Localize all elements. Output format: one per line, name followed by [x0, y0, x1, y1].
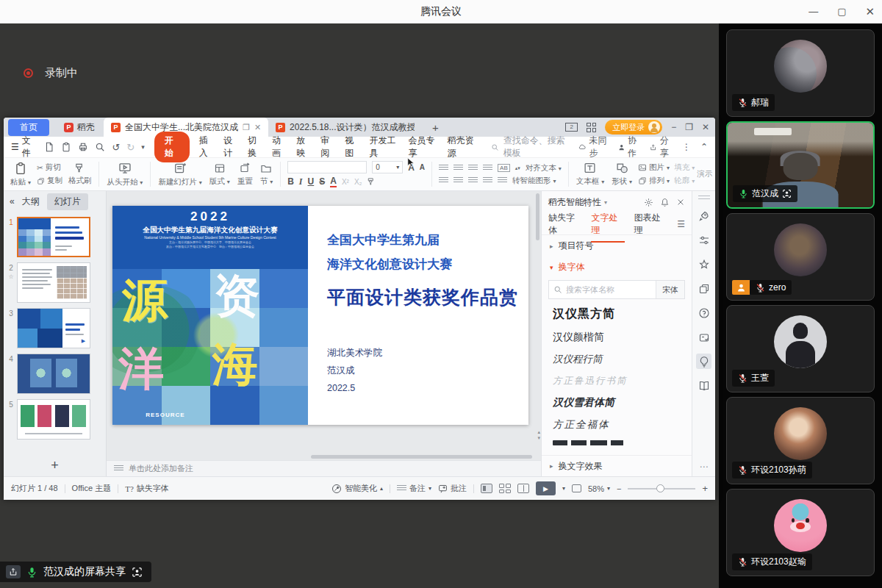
- zoom-out-button[interactable]: −: [617, 484, 621, 493]
- highlight-icon[interactable]: [367, 177, 376, 186]
- participant-tile-active-speaker[interactable]: 范汉成: [726, 121, 875, 209]
- collaborate-button[interactable]: 协作: [618, 135, 641, 159]
- window-maximize-button[interactable]: ▢: [837, 6, 846, 17]
- font-color-button[interactable]: A: [330, 176, 337, 187]
- sliders-icon[interactable]: [698, 234, 710, 246]
- new-slide-button[interactable]: 新建幻灯片 ▾: [154, 162, 205, 187]
- participant-tile[interactable]: 环设2103孙萌: [726, 397, 875, 484]
- align-center-icon[interactable]: [453, 177, 463, 184]
- bold-button[interactable]: B: [287, 176, 294, 187]
- slide-thumbnail-2[interactable]: 2☆: [5, 262, 104, 303]
- tab-outline[interactable]: 大纲: [22, 196, 40, 208]
- menu-file[interactable]: ☰ 文件: [11, 135, 35, 159]
- participant-tile[interactable]: zero: [726, 213, 875, 301]
- superscript-button[interactable]: X²: [342, 178, 349, 186]
- fill-button[interactable]: 填充 ▾: [674, 162, 695, 173]
- paste-button[interactable]: 粘贴 ▾: [7, 162, 35, 187]
- collapse-ribbon-icon[interactable]: ⌃: [700, 142, 708, 152]
- fit-slide-icon[interactable]: [572, 484, 581, 492]
- textbox-button[interactable]: 文本框 ▾: [573, 162, 608, 187]
- bullet-section-header[interactable]: ▸ 项目符号: [542, 235, 692, 257]
- menu-docer-res[interactable]: 稻壳资源: [448, 135, 477, 159]
- drag-handle-icon[interactable]: [698, 196, 710, 199]
- slide-thumbnail-3[interactable]: 3 ▶: [5, 308, 104, 348]
- indent-increase-icon[interactable]: [483, 165, 492, 171]
- new-tab-button[interactable]: +: [432, 121, 439, 134]
- distribute-icon[interactable]: [498, 177, 507, 184]
- menu-member[interactable]: 会员专享: [409, 135, 438, 159]
- menu-insert[interactable]: 插入: [199, 135, 214, 159]
- login-button[interactable]: 立即登录: [605, 120, 662, 135]
- help-icon[interactable]: [698, 307, 710, 319]
- participant-tile[interactable]: 王萱: [726, 305, 875, 392]
- font-size-box[interactable]: 0▾: [372, 161, 403, 173]
- change-font-section-header[interactable]: ▾ 换字体: [542, 257, 692, 278]
- justify-icon[interactable]: [483, 177, 492, 184]
- reading-book-icon[interactable]: [698, 380, 710, 392]
- rocket-icon[interactable]: [698, 210, 710, 222]
- menu-devtools[interactable]: 开发工具: [369, 135, 398, 159]
- close-pane-icon[interactable]: [676, 198, 685, 207]
- shapes-button[interactable]: 形状 ▾: [608, 162, 636, 187]
- wps-minimize-button[interactable]: −: [671, 122, 676, 132]
- play-from-start-button[interactable]: 从头开始 ▾: [103, 162, 146, 187]
- menu-transition[interactable]: 切换: [248, 135, 262, 159]
- command-search[interactable]: 查找命令、搜索模板: [491, 135, 569, 159]
- align-text-button[interactable]: 对齐文本 ▾: [526, 163, 562, 173]
- star-effects-icon[interactable]: [698, 259, 710, 270]
- sync-status[interactable]: 未同步: [578, 135, 608, 159]
- menu-design[interactable]: 设计: [223, 135, 238, 159]
- window-minimize-button[interactable]: —: [808, 6, 818, 17]
- print-icon[interactable]: [78, 142, 88, 152]
- bell-icon[interactable]: [660, 198, 670, 207]
- tab-docer[interactable]: P 稻壳: [55, 121, 104, 134]
- reading-view-button[interactable]: [517, 484, 529, 493]
- more-caret-icon[interactable]: ▾: [141, 143, 145, 151]
- number-list-icon[interactable]: [453, 165, 463, 171]
- layout-button[interactable]: 版式 ▾: [206, 162, 234, 187]
- slide-thumbnail-1[interactable]: 1: [5, 217, 104, 257]
- menu-slideshow[interactable]: 放映: [296, 135, 311, 159]
- slide-thumbnail-4[interactable]: 4: [5, 354, 104, 394]
- text-effect-section-header[interactable]: ▸ 换文字效果: [542, 455, 692, 476]
- tab-close-icon[interactable]: ✕: [254, 123, 261, 132]
- pane-tab-text[interactable]: 文字处理: [591, 212, 624, 237]
- beautify-button[interactable]: 智能美化 ▴: [331, 483, 383, 494]
- slide-canvas[interactable]: 源 资 洋 海 RESOURCE 2022 全国大中学生第九届海洋文化创意设计大…: [112, 206, 528, 425]
- participant-tile[interactable]: 郝瑞: [726, 29, 875, 117]
- decrease-font-icon[interactable]: A: [420, 163, 425, 171]
- comments-toggle[interactable]: 批注: [438, 483, 467, 494]
- outline-button[interactable]: 轮廓 ▾: [674, 176, 695, 186]
- text-direction-icon[interactable]: AB: [498, 164, 510, 172]
- menu-review[interactable]: 审阅: [320, 135, 335, 159]
- save-icon[interactable]: [44, 142, 54, 152]
- window-pages-icon[interactable]: 2: [565, 123, 578, 132]
- sorter-view-button[interactable]: [499, 484, 511, 493]
- line-spacing-icon[interactable]: ▴▾: [515, 165, 520, 171]
- italic-button[interactable]: I: [299, 176, 303, 187]
- bullet-list-icon[interactable]: [439, 165, 448, 171]
- zoom-in-button[interactable]: +: [702, 483, 708, 494]
- zoom-level[interactable]: 58% ▾: [588, 484, 610, 493]
- participant-tile[interactable]: 环设2103赵瑜: [726, 489, 875, 576]
- redo-icon[interactable]: ↻: [126, 142, 135, 153]
- font-item[interactable]: 汉仪黑方简: [553, 306, 681, 322]
- align-left-icon[interactable]: [439, 177, 448, 184]
- pane-tab-more-icon[interactable]: ☰: [677, 219, 685, 229]
- font-filter-dropdown[interactable]: 宋体: [656, 281, 684, 298]
- editor-horizontal-scrollbar[interactable]: [311, 455, 532, 459]
- undo-icon[interactable]: ↺: [112, 142, 120, 153]
- cut-button[interactable]: ✂剪切: [37, 162, 62, 173]
- theme-name[interactable]: Office 主题: [72, 483, 112, 494]
- smart-lamp-icon[interactable]: [698, 356, 710, 368]
- menu-view[interactable]: 视图: [345, 135, 359, 159]
- editor-vertical-scrollbar[interactable]: [536, 193, 539, 240]
- align-right-icon[interactable]: [468, 177, 478, 184]
- add-slide-button[interactable]: +: [4, 454, 106, 476]
- indent-decrease-icon[interactable]: [468, 165, 478, 171]
- panel-collapse-icon[interactable]: «: [10, 196, 15, 207]
- to-smartart-button[interactable]: 转智能图形 ▾: [512, 176, 556, 186]
- more-menu-icon[interactable]: ⋮: [682, 142, 691, 152]
- font-name-box[interactable]: [287, 161, 367, 173]
- normal-view-button[interactable]: [481, 484, 492, 493]
